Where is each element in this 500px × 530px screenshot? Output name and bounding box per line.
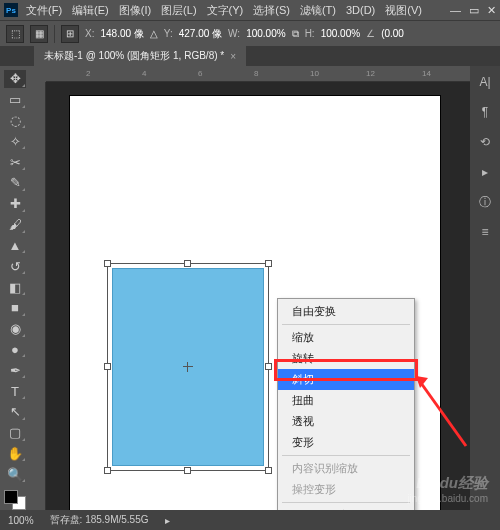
context-menu: 自由变换 缩放 旋转 斜切 扭曲 透视 变形 内容识别缩放 操控变形 旋转 18… — [277, 298, 415, 510]
transform-handle-bl[interactable] — [104, 467, 111, 474]
svg-line-0 — [416, 376, 466, 446]
paragraph-panel-icon[interactable]: ¶ — [475, 102, 495, 122]
rectangle-tool[interactable]: ▢ — [4, 424, 26, 442]
transform-center-icon[interactable] — [183, 362, 193, 372]
x-value[interactable]: 148.00 像 — [100, 27, 143, 41]
ruler-origin[interactable] — [30, 66, 46, 82]
app-logo: Ps — [4, 3, 18, 17]
title-bar: Ps 文件(F) 编辑(E) 图像(I) 图层(L) 文字(Y) 选择(S) 滤… — [0, 0, 500, 20]
transform-handle-tr[interactable] — [265, 260, 272, 267]
status-bar: 100% 暂存盘: 185.9M/5.55G ▸ — [0, 510, 500, 530]
move-tool[interactable]: ✥ — [4, 70, 26, 88]
menu-file[interactable]: 文件(F) — [26, 3, 62, 18]
cm-perspective[interactable]: 透视 — [278, 411, 414, 432]
gradient-tool[interactable]: ■ — [4, 299, 26, 317]
zoom-level[interactable]: 100% — [8, 515, 34, 526]
angle-value[interactable]: (0.00 — [381, 28, 404, 39]
menu-edit[interactable]: 编辑(E) — [72, 3, 109, 18]
menu-filter[interactable]: 滤镜(T) — [300, 3, 336, 18]
actions-panel-icon[interactable]: ▸ — [475, 162, 495, 182]
cm-separator — [282, 455, 410, 456]
menu-view[interactable]: 视图(V) — [385, 3, 422, 18]
lasso-tool[interactable]: ◌ — [4, 112, 26, 130]
properties-panel-icon[interactable]: ≡ — [475, 222, 495, 242]
transform-handle-ml[interactable] — [104, 363, 111, 370]
brush-tool[interactable]: 🖌 — [4, 216, 26, 234]
cm-content-aware-scale: 内容识别缩放 — [278, 458, 414, 479]
angle-label: ∠ — [366, 28, 375, 39]
right-panel-bar: A| ¶ ⟲ ▸ ⓘ ≡ — [470, 66, 500, 510]
zoom-tool[interactable]: 🔍 — [4, 465, 26, 483]
cm-warp[interactable]: 变形 — [278, 432, 414, 453]
transform-handle-bm[interactable] — [184, 467, 191, 474]
w-label: W: — [228, 28, 240, 39]
transform-handle-mr[interactable] — [265, 363, 272, 370]
menu-3d[interactable]: 3D(D) — [346, 4, 375, 16]
transform-handle-br[interactable] — [265, 467, 272, 474]
transform-handle-tl[interactable] — [104, 260, 111, 267]
cm-scale[interactable]: 缩放 — [278, 327, 414, 348]
history-panel-icon[interactable]: ⟲ — [475, 132, 495, 152]
eraser-tool[interactable]: ◧ — [4, 278, 26, 296]
status-chevron-icon[interactable]: ▸ — [165, 515, 170, 526]
options-bar: ⬚ ▦ ⊞ X: 148.00 像 △ Y: 427.00 像 W: 100.0… — [0, 20, 500, 46]
align-icon[interactable]: ▦ — [30, 25, 48, 43]
document-tab-title: 未标题-1 @ 100% (圆角矩形 1, RGB/8) * — [44, 49, 224, 63]
cm-free-transform[interactable]: 自由变换 — [278, 301, 414, 322]
cm-separator — [282, 324, 410, 325]
tool-preset-icon[interactable]: ⬚ — [6, 25, 24, 43]
cm-distort[interactable]: 扭曲 — [278, 390, 414, 411]
history-brush-tool[interactable]: ↺ — [4, 257, 26, 275]
info-panel-icon[interactable]: ⓘ — [475, 192, 495, 212]
transform-bounding-box[interactable] — [107, 263, 269, 471]
ruler-vertical[interactable] — [30, 82, 46, 510]
cm-separator — [282, 502, 410, 503]
menu-select[interactable]: 选择(S) — [253, 3, 290, 18]
cm-rotate-180[interactable]: 旋转 180 度 — [278, 505, 414, 510]
ruler-horizontal[interactable]: 2 4 6 8 10 12 14 — [46, 66, 470, 82]
eyedropper-tool[interactable]: ✎ — [4, 174, 26, 192]
annotation-arrow — [406, 366, 470, 456]
close-icon[interactable]: ✕ — [487, 4, 496, 17]
document-tabs: 未标题-1 @ 100% (圆角矩形 1, RGB/8) * × — [0, 46, 500, 66]
magic-wand-tool[interactable]: ✧ — [4, 132, 26, 150]
blur-tool[interactable]: ◉ — [4, 320, 26, 338]
menu-image[interactable]: 图像(I) — [119, 3, 151, 18]
menu-layer[interactable]: 图层(L) — [161, 3, 196, 18]
y-value[interactable]: 427.00 像 — [179, 27, 222, 41]
type-tool[interactable]: T — [4, 382, 26, 400]
marquee-tool[interactable]: ▭ — [4, 91, 26, 109]
maximize-icon[interactable]: ▭ — [469, 4, 479, 17]
text-panel-icon[interactable]: A| — [475, 72, 495, 92]
tab-close-icon[interactable]: × — [230, 51, 236, 62]
h-label: H: — [305, 28, 315, 39]
healing-tool[interactable]: ✚ — [4, 195, 26, 213]
cm-puppet-warp: 操控变形 — [278, 479, 414, 500]
path-selection-tool[interactable]: ↖ — [4, 403, 26, 421]
dodge-tool[interactable]: ● — [4, 341, 26, 359]
y-label: Y: — [164, 28, 173, 39]
document-tab[interactable]: 未标题-1 @ 100% (圆角矩形 1, RGB/8) * × — [34, 46, 246, 66]
minimize-icon[interactable]: — — [450, 4, 461, 17]
stamp-tool[interactable]: ▲ — [4, 237, 26, 255]
foreground-color-swatch[interactable] — [4, 490, 18, 504]
toolbox: ✥ ▭ ◌ ✧ ✂ ✎ ✚ 🖌 ▲ ↺ ◧ ■ ◉ ● ✒ T ↖ ▢ ✋ 🔍 — [0, 66, 30, 510]
scratch-disk-info[interactable]: 暂存盘: 185.9M/5.55G — [50, 513, 149, 527]
menu-type[interactable]: 文字(Y) — [207, 3, 244, 18]
link-xy-icon[interactable]: △ — [150, 28, 158, 39]
pen-tool[interactable]: ✒ — [4, 361, 26, 379]
hand-tool[interactable]: ✋ — [4, 445, 26, 463]
transform-handle-tm[interactable] — [184, 260, 191, 267]
cm-rotate[interactable]: 旋转 — [278, 348, 414, 369]
x-label: X: — [85, 28, 94, 39]
cm-skew[interactable]: 斜切 — [278, 369, 414, 390]
crop-tool[interactable]: ✂ — [4, 153, 26, 171]
w-value[interactable]: 100.00% — [246, 28, 285, 39]
h-value[interactable]: 100.00% — [321, 28, 360, 39]
color-swatches[interactable] — [4, 490, 26, 510]
canvas-area: 2 4 6 8 10 12 14 自由变换 缩放 旋转 斜 — [30, 66, 470, 510]
link-wh-icon[interactable]: ⧉ — [292, 28, 299, 40]
reference-point-icon[interactable]: ⊞ — [61, 25, 79, 43]
